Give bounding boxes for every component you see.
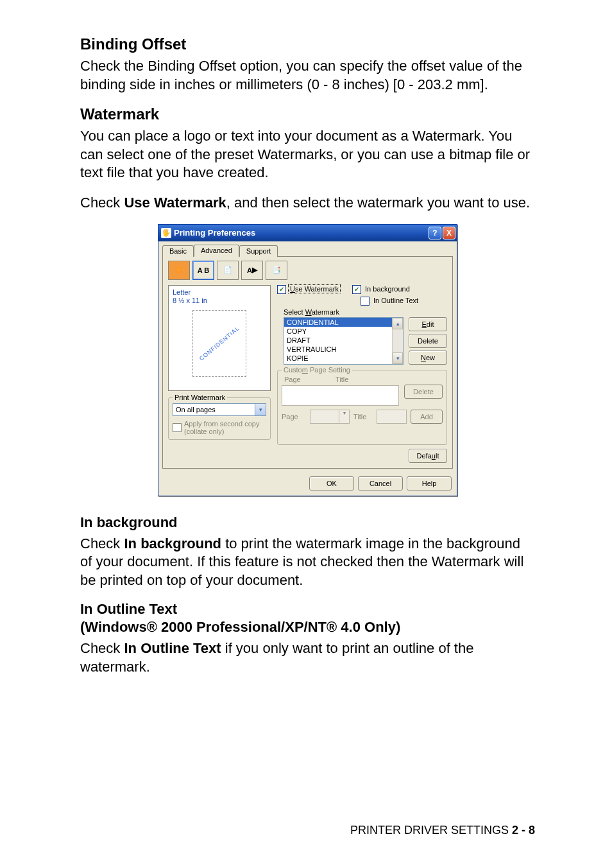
cps-col-page: Page [284, 376, 336, 383]
heading-watermark: Watermark [80, 105, 535, 123]
toolbar: 🔆 A B 📄 A▶ 📑 [168, 261, 447, 280]
scroll-down-icon[interactable]: ▾ [393, 352, 403, 364]
tab-advanced[interactable]: Advanced [194, 245, 239, 257]
print-watermark-group-title: Print Watermark [173, 394, 227, 401]
listbox-scrollbar[interactable]: ▴ ▾ [392, 318, 403, 364]
toolbar-icon-4[interactable]: A▶ [241, 261, 263, 280]
list-item[interactable]: COPY [284, 327, 392, 336]
help-button[interactable]: Help [407, 476, 452, 490]
tab-support[interactable]: Support [239, 245, 278, 257]
tab-basic[interactable]: Basic [162, 245, 194, 257]
apply-from-second-copy-checkbox[interactable]: Apply from second copy (collate only) [173, 420, 266, 435]
page-footer: PRINTER DRIVER SETTINGS 2 - 8 [350, 824, 535, 837]
heading-in-outline: In Outline Text [80, 601, 535, 618]
paper-preview: Letter 8 ½ x 11 in CONFIDENTIAL [168, 285, 271, 391]
watermark-listbox[interactable]: CONFIDENTIAL COPY DRAFT VERTRAULICH KOPI… [284, 317, 404, 365]
in-background-checkbox[interactable]: ✔ In background [352, 285, 410, 294]
paper-name: Letter [173, 288, 266, 297]
list-item[interactable]: KOPIE [284, 354, 392, 363]
para-in-outline: Check In Outline Text if you only want t… [80, 639, 535, 676]
toolbar-icon-5[interactable]: 📑 [266, 261, 287, 280]
new-button[interactable]: New [409, 351, 447, 365]
custom-page-setting-title: Custom Page Setting [282, 366, 352, 374]
in-outline-text-checkbox[interactable]: . In Outline Text [361, 297, 418, 306]
print-watermark-value: On all pages [176, 406, 216, 413]
printing-preferences-dialog: 🖐 Printing Preferences ? X Basic Advance… [158, 224, 457, 496]
cps-listbox[interactable] [282, 385, 399, 406]
para-watermark-2: Check Use Watermark, and then select the… [80, 194, 535, 213]
list-item[interactable]: VERTRAULICH [284, 345, 392, 354]
paper-size: 8 ½ x 11 in [173, 297, 266, 305]
cps-col-title: Title [336, 376, 348, 383]
heading-binding-offset: Binding Offset [80, 35, 535, 53]
cps-title-input[interactable] [377, 410, 407, 424]
dialog-titlebar: 🖐 Printing Preferences ? X [158, 225, 457, 241]
cps-add-button[interactable]: Add [411, 410, 443, 424]
ok-button[interactable]: OK [309, 476, 354, 490]
cps-delete-button[interactable]: Delete [404, 385, 443, 399]
dialog-button-bar: OK Cancel Help [158, 473, 457, 496]
para-in-background: Check In background to print the waterma… [80, 535, 535, 590]
dialog-title: Printing Preferences [174, 228, 427, 238]
toolbar-icon-3[interactable]: 📄 [217, 261, 239, 280]
titlebar-help-button[interactable]: ? [429, 227, 441, 239]
preview-watermark-text: CONFIDENTIAL [198, 325, 241, 362]
chevron-down-icon: ▾ [255, 404, 266, 415]
subtitle-in-outline: (Windows® 2000 Professional/XP/NT® 4.0 O… [80, 619, 535, 636]
toolbar-icon-1[interactable]: 🔆 [168, 261, 190, 280]
cps-title-label: Title [353, 413, 373, 421]
tab-panel-advanced: 🔆 A B 📄 A▶ 📑 Letter 8 ½ x 11 in CONFIDEN… [162, 256, 453, 469]
custom-page-setting-group: Custom Page Setting Page Title [277, 370, 447, 445]
delete-button[interactable]: Delete [409, 334, 447, 348]
edit-button[interactable]: Edit [409, 317, 447, 331]
titlebar-close-button[interactable]: X [443, 227, 455, 239]
cps-page-label: Page [282, 413, 306, 421]
default-button[interactable]: Default [409, 449, 447, 463]
heading-in-background: In background [80, 514, 535, 531]
print-watermark-group: Print Watermark On all pages ▾ Apply fro… [168, 397, 271, 440]
print-watermark-combo[interactable]: On all pages ▾ [173, 403, 266, 416]
para-watermark-1: You can place a logo or text into your d… [80, 127, 535, 182]
tabs: Basic Advanced Support [158, 241, 457, 256]
select-watermark-label: Select Watermark [284, 308, 447, 316]
list-item[interactable]: DRAFT [284, 336, 392, 345]
spinner-down-icon[interactable]: ▾ [339, 410, 349, 423]
scroll-up-icon[interactable]: ▴ [393, 318, 403, 329]
app-icon: 🖐 [161, 228, 171, 238]
use-watermark-checkbox[interactable]: ✔Use Watermark [277, 285, 341, 294]
list-item[interactable]: CONFIDENTIAL [284, 318, 392, 327]
cancel-button[interactable]: Cancel [358, 476, 403, 490]
para-binding-offset: Check the Binding Offset option, you can… [80, 57, 535, 94]
toolbar-icon-watermark[interactable]: A B [192, 261, 214, 280]
cps-page-spinner[interactable]: ▾ [310, 410, 350, 424]
